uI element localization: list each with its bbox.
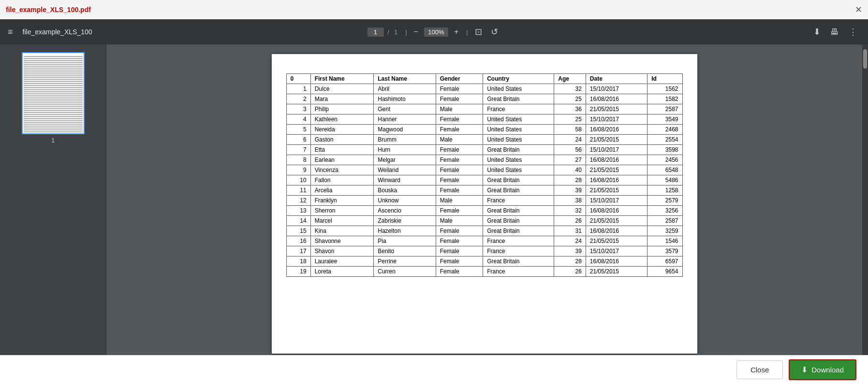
table-cell: United States [483, 125, 554, 135]
table-cell: 19 [286, 267, 310, 277]
table-cell: Bouska [374, 185, 436, 196]
table-cell: Female [436, 114, 483, 125]
zoom-in-button[interactable]: + [451, 26, 461, 38]
table-row: 12FranklynUnknowMaleFrance3815/10/201725… [286, 196, 682, 206]
toolbar-print-icon: 🖶 [830, 27, 839, 37]
table-cell: Great Britain [483, 216, 554, 226]
table-cell: 3256 [647, 206, 682, 216]
scrollbar-thumb[interactable] [863, 49, 867, 69]
table-cell: 26 [554, 216, 586, 226]
table-cell: 1582 [647, 94, 682, 104]
table-cell: Fallon [310, 175, 374, 185]
table-cell: United States [483, 155, 554, 165]
table-cell: Ascencio [374, 206, 436, 216]
table-cell: Weiland [374, 165, 436, 175]
table-cell: 28 [554, 175, 586, 185]
toolbar-print-button[interactable]: 🖶 [827, 25, 842, 39]
table-row: 14MarcelZabriskieMaleGreat Britain2621/0… [286, 216, 682, 226]
table-cell: 9654 [647, 267, 682, 277]
table-cell: 14 [286, 216, 310, 226]
table-header-cell: Last Name [374, 74, 436, 84]
table-row: 17ShavonBenitoFemaleFrance3915/10/201735… [286, 246, 682, 256]
table-cell: Female [436, 267, 483, 277]
table-cell: 16 [286, 236, 310, 246]
table-cell: France [483, 267, 554, 277]
table-cell: Perrine [374, 256, 436, 267]
table-cell: Pia [374, 236, 436, 246]
zoom-out-button[interactable]: − [411, 26, 421, 38]
table-cell: Shavon [310, 246, 374, 256]
table-cell: 15/10/2017 [586, 196, 647, 206]
table-cell: 39 [554, 185, 586, 196]
table-cell: Melgar [374, 155, 436, 165]
table-cell: Great Britain [483, 256, 554, 267]
table-cell: Female [436, 236, 483, 246]
table-cell: 31 [554, 226, 586, 236]
table-cell: Female [436, 155, 483, 165]
toolbar-download-button[interactable]: ⬇ [810, 25, 824, 39]
table-cell: 10 [286, 175, 310, 185]
table-cell: 2554 [647, 135, 682, 145]
table-cell: 32 [554, 206, 586, 216]
table-cell: 32 [554, 84, 586, 94]
table-cell: Female [436, 84, 483, 94]
table-cell: Arcelia [310, 185, 374, 196]
table-body: 1DulceAbrilFemaleUnited States3215/10/20… [286, 84, 682, 277]
close-window-button[interactable]: ✕ [855, 5, 862, 14]
window-title: file_example_XLS_100.pdf [6, 6, 91, 14]
table-cell: 1546 [647, 236, 682, 246]
download-button[interactable]: ⬇ Download [789, 359, 856, 380]
table-cell: Winward [374, 175, 436, 185]
table-cell: 2 [286, 94, 310, 104]
table-row: 9VincenzaWeilandFemaleUnited States4021/… [286, 165, 682, 175]
table-cell: 16/08/2016 [586, 155, 647, 165]
fit-page-button[interactable]: ⊡ [472, 25, 485, 39]
table-cell: France [483, 104, 554, 114]
table-cell: Great Britain [483, 175, 554, 185]
table-cell: 25 [554, 94, 586, 104]
page-thumbnail[interactable]: 1 [22, 52, 85, 144]
table-row: 5NereidaMagwoodFemaleUnited States5816/0… [286, 125, 682, 135]
table-cell: France [483, 236, 554, 246]
hamburger-icon[interactable]: ≡ [8, 27, 13, 37]
table-cell: 28 [554, 256, 586, 267]
page-separator: / [387, 28, 389, 36]
pdf-page: 0First NameLast NameGenderCountryAgeDate… [272, 54, 697, 354]
table-cell: 1258 [647, 185, 682, 196]
table-header-cell: Id [647, 74, 682, 84]
table-cell: Lauralee [310, 256, 374, 267]
table-cell: United States [483, 114, 554, 125]
table-cell: 15/10/2017 [586, 145, 647, 155]
table-cell: 15 [286, 226, 310, 236]
table-cell: 16/08/2016 [586, 206, 647, 216]
table-cell: Kathleen [310, 114, 374, 125]
table-cell: Marcel [310, 216, 374, 226]
table-cell: United States [483, 165, 554, 175]
toolbar: ≡ file_example_XLS_100 / 1 | − + | ⊡ ↺ ⬇… [0, 19, 868, 44]
pdf-viewer[interactable]: 0First NameLast NameGenderCountryAgeDate… [106, 44, 862, 355]
table-cell: Abril [374, 84, 436, 94]
rotate-button[interactable]: ↺ [488, 25, 501, 39]
table-cell: Hanner [374, 114, 436, 125]
table-row: 6GastonBrummMaleUnited States2421/05/201… [286, 135, 682, 145]
table-cell: 7 [286, 145, 310, 155]
table-row: 13SherronAscencioFemaleGreat Britain3216… [286, 206, 682, 216]
table-cell: Female [436, 175, 483, 185]
table-cell: United States [483, 135, 554, 145]
table-cell: Gent [374, 104, 436, 114]
table-cell: 2579 [647, 196, 682, 206]
close-button[interactable]: Close [736, 360, 783, 379]
table-cell: 5 [286, 125, 310, 135]
toolbar-more-button[interactable]: ⋮ [846, 25, 860, 39]
table-cell: 21/05/2015 [586, 104, 647, 114]
table-cell: 2587 [647, 104, 682, 114]
table-row: 2MaraHashimotoFemaleGreat Britain2516/08… [286, 94, 682, 104]
zoom-input[interactable] [424, 28, 448, 37]
table-cell: 16/08/2016 [586, 226, 647, 236]
scrollbar-rail[interactable] [862, 44, 868, 355]
table-cell: 56 [554, 145, 586, 155]
page-input[interactable] [367, 28, 383, 37]
table-cell: France [483, 196, 554, 206]
table-cell: 26 [554, 267, 586, 277]
main-content: 1 0First NameLast NameGenderCountryAgeDa… [0, 44, 868, 355]
